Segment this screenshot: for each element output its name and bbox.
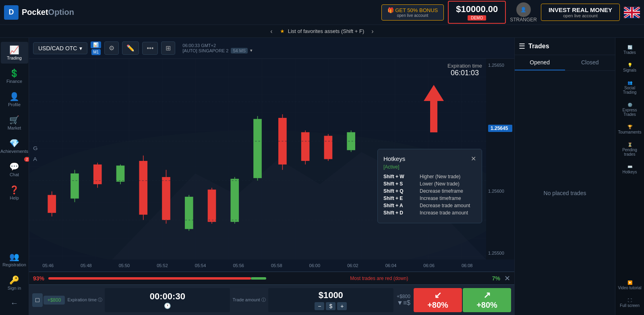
social-trading-icon: 👥 (627, 80, 632, 85)
trade-panel: 93% Most trades are red (down) 7% ✕ □ +$… (29, 272, 514, 315)
hotkey-row: Shift + D Increase trade amount (383, 210, 476, 216)
svg-rect-20 (208, 189, 216, 222)
sidebar-item-profile[interactable]: 👤 Profile (1, 89, 28, 110)
layout-btn[interactable]: ⊞ (161, 41, 175, 55)
sidebar-item-registration[interactable]: 👥 Registration (1, 249, 28, 270)
balance-box[interactable]: $10000.00 DEMO (448, 1, 506, 24)
sidebar-item-finance[interactable]: 💲 Finance (1, 65, 28, 87)
svg-rect-28 (301, 132, 310, 161)
options-btn[interactable]: +$800 ▼≡$ (397, 294, 410, 307)
expiry-time-box[interactable]: 00:00:30 🕐 (105, 288, 230, 312)
trade-controls: □ +$800 Expiration time ⓘ 00:00:30 🕐 Tra… (29, 285, 514, 315)
expiry-overlay: Expiration time 06:01:03 (447, 63, 482, 77)
sidebar-item-chat[interactable]: 💬 2 Chat (1, 159, 28, 180)
trades-refresh-icon: 🔄 (627, 45, 632, 49)
expiry-label: Expiration time ⓘ (67, 297, 102, 303)
logo-text: PocketOption (22, 8, 74, 17)
far-right-sidebar: 🔄 Trades 💡 Signals 👥 Social Trading ⚙️ E… (615, 38, 644, 315)
tab-opened[interactable]: Opened (515, 55, 565, 70)
timeframe-button[interactable]: 📊 M1 (91, 41, 101, 55)
video-tutorial-icon: ▶️ (627, 280, 632, 285)
achievements-icon: 💎 (9, 138, 19, 148)
trade-amount-box: $1000 − $ + (268, 288, 393, 312)
trade-progress-bar: 93% Most trades are red (down) 7% ✕ (29, 272, 514, 285)
far-sidebar-fullscreen[interactable]: ⛶ Full screen (616, 295, 644, 311)
amount-bonus-left: +$800 (43, 296, 65, 305)
red-arrow-indicator (424, 85, 444, 132)
hotkey-row: Shift + E Increase timeframe (383, 196, 476, 201)
header: D PocketOption 🎁 GET 50% BONUS open live… (0, 0, 644, 25)
sidebar-item-help[interactable]: ❓ Help (1, 182, 28, 204)
far-sidebar-trades[interactable]: 🔄 Trades (616, 42, 644, 58)
trade-icon-btn[interactable]: □ (32, 293, 43, 307)
currency-btn[interactable]: $ (326, 302, 335, 310)
close-trade-bar[interactable]: ✕ (504, 274, 510, 283)
help-icon: ❓ (9, 185, 19, 195)
trades-tabs: Opened Closed (515, 55, 615, 71)
chart-canvas: G A 1.25650 1.25645 1.25600 1.25500 05:4… (29, 59, 514, 272)
logo-icon: D (4, 5, 19, 20)
left-sidebar: 📈 Trading 💲 Finance 👤 Profile 🛒 Market 💎… (0, 38, 29, 315)
svg-rect-18 (185, 197, 193, 229)
asset-selector[interactable]: USD/CAD OTC ▾ (33, 42, 87, 54)
nav-prev[interactable]: ‹ (266, 28, 276, 35)
trading-icon: 📈 (9, 45, 19, 55)
balance-mode: DEMO (468, 15, 486, 21)
user-button[interactable]: 👤 STRANGER (510, 2, 537, 23)
far-sidebar-tournaments[interactable]: 🏆 Tournaments (616, 121, 644, 138)
price-axis: 1.25650 1.25645 1.25600 1.25500 (486, 59, 514, 259)
sidebar-item-signin[interactable]: 🔑 Sign in (1, 272, 28, 294)
finance-icon: 💲 (9, 68, 19, 78)
logo: D PocketOption (4, 5, 74, 20)
sidebar-item-achievements[interactable]: 💎 Achievements (1, 135, 28, 157)
invest-button[interactable]: INVEST REAL MONEY open live account (541, 4, 620, 21)
express-trades-icon: ⚙️ (627, 103, 632, 107)
sidebar-item-trading[interactable]: 📈 Trading (1, 42, 28, 64)
signin-icon: 🔑 (9, 275, 19, 285)
hotkeys-panel: Hotkeys ✕ [Active] Shift + W Higher (New… (377, 149, 482, 223)
svg-rect-16 (162, 177, 170, 220)
chart-settings-btn[interactable]: ⚙ (104, 41, 119, 55)
bonus-button[interactable]: 🎁 GET 50% BONUS open live account (381, 4, 444, 21)
far-sidebar-pending-trades[interactable]: ⏳ Pending trades (616, 139, 644, 160)
sidebar-item-market[interactable]: 🛒 Market (1, 112, 28, 134)
trades-list-icon: ☰ (519, 42, 525, 51)
hotkey-row: Shift + Q Decrease timeframe (383, 188, 476, 194)
hotkey-row: Shift + W Higher (New trade) (383, 174, 476, 179)
trade-up-button[interactable]: ↗ +80% (463, 288, 511, 312)
svg-rect-8 (70, 173, 79, 198)
increase-amount-btn[interactable]: + (337, 302, 347, 310)
svg-rect-30 (324, 136, 333, 159)
nav-next[interactable]: › (367, 28, 377, 35)
market-icon: 🛒 (9, 115, 19, 125)
far-sidebar-signals[interactable]: 💡 Signals (616, 60, 644, 76)
more-btn[interactable]: ••• (142, 42, 158, 55)
current-price: 1.25645 (488, 125, 512, 132)
far-sidebar-hotkeys[interactable]: ⌨️ Hotkeys (616, 161, 644, 177)
back-icon: ← (10, 299, 19, 308)
trades-header: ☰ Trades (515, 38, 615, 55)
svg-rect-10 (93, 165, 102, 184)
decrease-amount-btn[interactable]: − (315, 302, 324, 310)
far-sidebar-social-trading[interactable]: 👥 Social Trading (616, 77, 644, 98)
hotkeys-close[interactable]: ✕ (471, 155, 476, 163)
hotkey-row: Shift + A Decrease trade amount (383, 203, 476, 208)
far-sidebar-express-trades[interactable]: ⚙️ Express Trades (616, 99, 644, 120)
fullscreen-icon: ⛶ (628, 298, 632, 303)
sidebar-item-back[interactable]: ← (1, 295, 28, 311)
language-flag[interactable] (624, 7, 640, 18)
tournaments-icon: 🏆 (627, 125, 632, 129)
svg-rect-6 (48, 195, 56, 213)
avatar: 👤 (516, 2, 531, 17)
svg-rect-24 (253, 119, 262, 178)
pending-trades-icon: ⏳ (627, 142, 632, 147)
signals-icon: 💡 (627, 63, 632, 67)
hotkey-row: Shift + S Lower (New trade) (383, 181, 476, 187)
draw-btn[interactable]: ✏️ (122, 41, 139, 55)
favorites-bar: ‹ ★ List of favorites assets (Shift + F)… (0, 25, 644, 38)
trade-down-button[interactable]: ↙ +80% (414, 288, 462, 312)
profile-icon: 👤 (9, 92, 19, 101)
far-sidebar-video[interactable]: ▶️ Video tutorial (616, 277, 644, 293)
tab-closed[interactable]: Closed (565, 55, 615, 70)
chart-toolbar: USD/CAD OTC ▾ 📊 M1 ⚙ ✏️ ••• ⊞ 06:00:33 G… (29, 38, 514, 59)
